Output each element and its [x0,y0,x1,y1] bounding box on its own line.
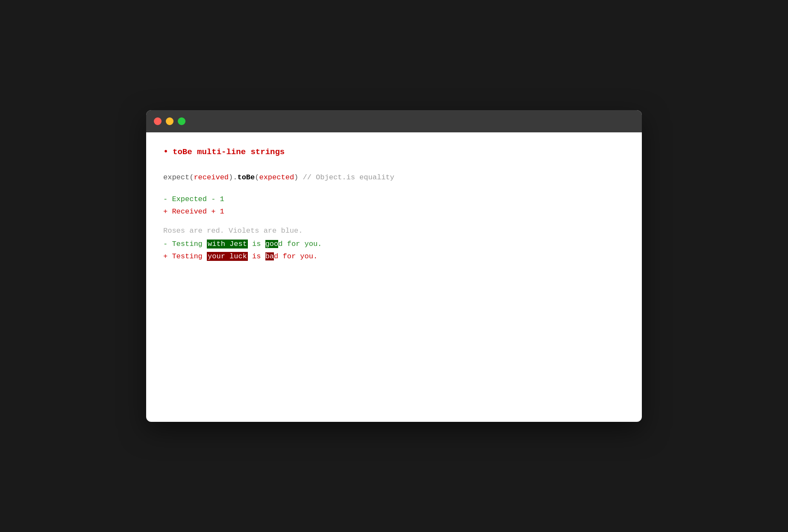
code-dot: ). [229,173,237,181]
diff-expected-line: - Expected - 1 [163,193,625,206]
diff-minus-line: - Testing with Jest is good for you. [163,238,625,251]
close-button[interactable] [154,117,162,125]
minimize-button[interactable] [166,117,173,125]
diff-plus-line: + Testing your luck is bad for you. [163,251,625,263]
code-signature-line: expect(received).toBe(expected) // Objec… [163,172,625,183]
minus-d: d for you. [278,240,322,248]
plus-highlight-ba: ba [265,252,274,260]
titlebar [146,110,642,132]
plus-d: d for you. [274,252,318,260]
test-title-row: • toBe multi-line strings [163,145,625,159]
minus-prefix: - Testing [163,240,207,248]
minus-highlight-jest: with Jest [207,240,248,248]
code-expected-arg: expected [259,173,294,181]
plus-prefix: + Testing [163,252,207,260]
code-comment: // Object.is equality [298,173,394,181]
content-area: • toBe multi-line strings expect(receive… [146,132,642,276]
app-window: • toBe multi-line strings expect(receive… [146,110,642,422]
code-paren-open: ( [255,173,259,181]
maximize-button[interactable] [178,117,185,125]
minus-middle: is [248,240,265,248]
code-received-arg: received [194,173,229,181]
diff-received-line: + Received + 1 [163,206,625,218]
test-title-text: toBe multi-line strings [173,146,285,158]
code-paren-close: ) [294,173,298,181]
plus-highlight-luck: your luck [207,252,248,261]
bullet-icon: • [163,145,168,159]
code-method: toBe [237,173,255,181]
diff-header-section: - Expected - 1 + Received + 1 [163,193,625,218]
minus-highlight-goo: goo [265,240,279,248]
code-expect-prefix: expect( [163,173,194,181]
diff-context-line: Roses are red. Violets are blue. [163,225,625,237]
plus-middle: is [248,252,265,260]
